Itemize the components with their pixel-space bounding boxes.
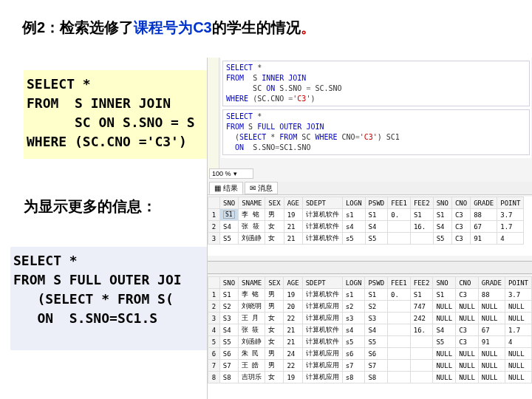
table-row[interactable]: 1S1李 铭男19计算机软件s1S10.S1S1C3883.7 bbox=[208, 209, 524, 221]
col-header[interactable]: SEX bbox=[265, 277, 284, 289]
grid-separator[interactable] bbox=[208, 261, 532, 274]
example-title: 例2：检索选修了课程号为C3的学生的情况。 bbox=[22, 18, 316, 38]
col-header[interactable]: SNO bbox=[433, 277, 456, 289]
col-header[interactable]: AGE bbox=[284, 277, 302, 289]
col-header[interactable]: SNO bbox=[219, 277, 238, 289]
table-row[interactable]: 8S8吉玥乐女19计算机应用s8S8NULLNULLNULLNULL bbox=[208, 372, 532, 383]
col-header[interactable]: POINT bbox=[497, 197, 524, 209]
table-row[interactable]: 3S3王 月女22计算机应用s3S3242NULLNULLNULLNULL bbox=[208, 313, 532, 324]
table-row[interactable]: 5S5刘函静女21计算机软件s5S5S5C3914 bbox=[208, 336, 532, 348]
grid-icon: ▦ bbox=[214, 184, 221, 192]
col-header[interactable]: PSWD bbox=[365, 197, 388, 209]
table-row[interactable]: 6S6朱 民男24计算机应用s6S6NULLNULLNULLNULL bbox=[208, 348, 532, 360]
col-header[interactable]: GRADE bbox=[471, 197, 497, 209]
table-row[interactable]: 2S4张 筱女21计算机软件s4S416.S4C3671.7 bbox=[208, 221, 524, 233]
editor-gutter bbox=[208, 58, 219, 176]
table-row[interactable]: 1S1李 铭男19计算机软件s1S10.S1S1C3883.7 bbox=[208, 289, 532, 301]
tab-label: 结果 bbox=[223, 183, 238, 194]
sql-code-block-1: SELECT * FROM S INNER JOIN SC ON S.SNO =… bbox=[24, 70, 207, 159]
result-grid-2[interactable]: SNOSNAMESEXAGESDEPTLOGNPSWDFEE1FEE2SNOCN… bbox=[208, 276, 532, 399]
col-header[interactable]: SNAME bbox=[239, 277, 265, 289]
col-header[interactable]: AGE bbox=[284, 197, 302, 209]
tab-label: 消息 bbox=[258, 183, 273, 194]
tab-messages[interactable]: ✉ 消息 bbox=[245, 182, 278, 194]
table-row[interactable]: 7S7王 皓男22计算机应用s7S7NULLNULLNULLNULL bbox=[208, 360, 532, 372]
zoom-control[interactable]: 100 % ▾ bbox=[209, 168, 253, 179]
sql-statement-1[interactable]: SELECT * FROM S INNER JOIN SC ON S.SNO =… bbox=[222, 61, 530, 106]
tab-results[interactable]: ▦ 结果 bbox=[209, 182, 243, 194]
col-header[interactable]: LOGN bbox=[342, 277, 365, 289]
col-header[interactable]: POINT bbox=[505, 277, 531, 289]
sql-code-block-2: SELECT * FROM S FULL OUTER JOI (SELECT *… bbox=[10, 247, 208, 350]
mid-caption: 为显示更多的信息： bbox=[24, 197, 157, 216]
result-tabs: ▦ 结果 ✉ 消息 bbox=[208, 182, 532, 195]
col-header[interactable]: LOGN bbox=[342, 197, 365, 209]
col-header[interactable]: CNO bbox=[451, 197, 470, 209]
zoom-value: 100 % bbox=[212, 170, 231, 177]
sql-ide-panel: SELECT * FROM S INNER JOIN SC ON S.SNO =… bbox=[207, 58, 532, 399]
col-header[interactable]: SEX bbox=[265, 197, 284, 209]
sql-statement-2[interactable]: SELECT * FROM S FULL OUTER JOIN (SELECT … bbox=[222, 109, 530, 155]
col-header[interactable]: CNO bbox=[456, 277, 479, 289]
col-header[interactable]: FEE2 bbox=[410, 277, 433, 289]
col-header[interactable]: PSWD bbox=[365, 277, 388, 289]
col-header[interactable]: SNO bbox=[433, 197, 451, 209]
message-icon: ✉ bbox=[250, 184, 256, 192]
col-header[interactable]: SDEPT bbox=[302, 197, 342, 209]
table-row[interactable]: 2S2刘晓明男20计算机应用s2S2747NULLNULLNULLNULL bbox=[208, 301, 532, 313]
col-header[interactable]: GRADE bbox=[478, 277, 505, 289]
sql-editor[interactable]: SELECT * FROM S INNER JOIN SC ON S.SNO =… bbox=[221, 58, 531, 158]
col-header[interactable]: FEE2 bbox=[410, 197, 433, 209]
col-header[interactable]: FEE1 bbox=[388, 197, 411, 209]
table-row[interactable]: 4S4张 筱女21计算机软件s4S416.S4C3671.7 bbox=[208, 324, 532, 336]
col-header[interactable]: SNAME bbox=[239, 197, 265, 209]
col-header[interactable]: FEE1 bbox=[388, 277, 411, 289]
col-header[interactable]: SNO bbox=[220, 197, 239, 209]
table-row[interactable]: 3S5刘函静女21计算机软件s5S5S5C3914 bbox=[208, 233, 524, 245]
result-grid-1[interactable]: SNOSNAMESEXAGESDEPTLOGNPSWDFEE1FEE2SNOCN… bbox=[208, 197, 532, 256]
chevron-down-icon[interactable]: ▾ bbox=[233, 170, 237, 177]
col-header[interactable]: SDEPT bbox=[302, 277, 342, 289]
